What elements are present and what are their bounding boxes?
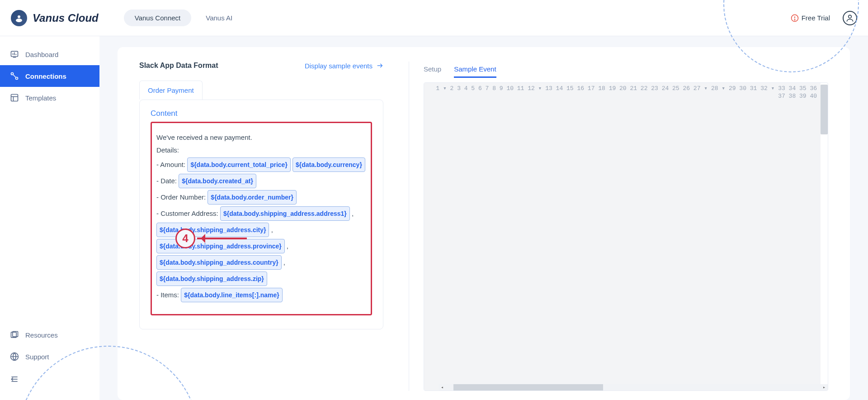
logo-icon <box>11 10 27 26</box>
vertical-scrollbar[interactable] <box>821 85 828 134</box>
display-sample-events-link[interactable]: Display sample events <box>305 62 383 70</box>
svg-point-11 <box>11 73 14 75</box>
support-icon <box>10 352 19 361</box>
svg-point-0 <box>18 15 20 18</box>
tab-vanus-connect[interactable]: Vanus Connect <box>124 10 191 26</box>
sidebar: Dashboard Connections Templates Resource… <box>0 36 99 400</box>
message-intro: We've received a new payment. <box>156 131 366 144</box>
tab-vanus-ai[interactable]: Vanus AI <box>195 10 243 26</box>
token-country[interactable]: ${data.body.shipping_address.country} <box>156 255 282 270</box>
svg-rect-13 <box>11 95 18 101</box>
left-column: Slack App Data Format Display sample eve… <box>139 62 383 391</box>
free-trial-button[interactable]: Free Trial <box>791 14 830 22</box>
svg-point-1 <box>16 19 22 22</box>
message-order-line: - Order Number: ${data.body.order_number… <box>156 189 366 205</box>
svg-point-5 <box>849 15 852 18</box>
token-address1[interactable]: ${data.body.shipping_address.address1} <box>220 206 350 221</box>
content-box: Content We've received a new payment. De… <box>139 100 383 329</box>
right-column: Setup Sample Event 1 ▾ 2 3 4 5 6 7 8 9 1… <box>409 62 828 391</box>
user-avatar-button[interactable] <box>843 11 857 25</box>
product-tabs: Vanus Connect Vanus AI <box>124 10 243 26</box>
tab-setup[interactable]: Setup <box>424 62 441 78</box>
scroll-left-arrow[interactable]: ◂ <box>439 384 446 390</box>
message-address-line: - Customer Address: ${data.body.shipping… <box>156 205 366 222</box>
sample-link-label: Display sample events <box>305 62 373 70</box>
app-header: Vanus Cloud Vanus Connect Vanus AI Free … <box>0 0 868 36</box>
sidebar-item-label: Dashboard <box>25 51 58 58</box>
arrow-right-icon <box>376 62 383 69</box>
sidebar-item-label: Connections <box>25 72 66 80</box>
sidebar-collapse-button[interactable] <box>0 367 99 393</box>
token-price[interactable]: ${data.body.current_total_price} <box>187 157 290 172</box>
sub-tab-order-payment[interactable]: Order Payment <box>139 81 203 100</box>
json-code-viewer[interactable]: 1 ▾ 2 3 4 5 6 7 8 9 10 11 12 ▾ 13 14 15 … <box>424 82 828 391</box>
sidebar-item-support[interactable]: Support <box>0 346 99 367</box>
token-created-at[interactable]: ${data.body.created_at} <box>179 174 256 188</box>
step-annotation: 4 <box>175 229 247 248</box>
panel-title: Slack App Data Format <box>139 62 218 70</box>
resources-icon <box>10 330 19 339</box>
token-currency[interactable]: ${data.body.currency} <box>292 157 365 172</box>
main-content: 4 Slack App Data Format Display sample e… <box>99 36 868 400</box>
right-tabs: Setup Sample Event <box>424 62 828 78</box>
step-number: 4 <box>175 229 195 248</box>
brand-logo[interactable]: Vanus Cloud <box>11 10 99 26</box>
horizontal-scrollbar[interactable] <box>446 384 821 390</box>
token-items[interactable]: ${data.body.line_items[:].name} <box>181 288 283 302</box>
message-template-editor[interactable]: We've received a new payment. Details: -… <box>151 122 372 315</box>
sidebar-item-templates[interactable]: Templates <box>0 87 99 109</box>
token-zip[interactable]: ${data.body.shipping_address.zip} <box>156 271 267 286</box>
message-details-label: Details: <box>156 144 366 157</box>
dashboard-icon <box>10 50 19 59</box>
sidebar-item-connections[interactable]: Connections <box>0 65 99 87</box>
alert-icon <box>791 14 799 22</box>
svg-point-12 <box>16 77 18 80</box>
scroll-right-arrow[interactable]: ▸ <box>821 384 828 390</box>
free-trial-label: Free Trial <box>802 14 830 22</box>
message-amount-line: - Amount: ${data.body.current_total_pric… <box>156 157 366 173</box>
sidebar-item-label: Resources <box>25 331 58 339</box>
sidebar-item-label: Support <box>25 353 49 361</box>
token-order-number[interactable]: ${data.body.order_number} <box>208 190 297 205</box>
svg-point-4 <box>794 19 795 20</box>
tab-sample-event[interactable]: Sample Event <box>454 62 496 78</box>
connections-icon <box>10 71 19 81</box>
sidebar-item-dashboard[interactable]: Dashboard <box>0 43 99 65</box>
brand-name: Vanus Cloud <box>33 12 99 24</box>
message-items-line: - Items: ${data.body.line_items[:].name} <box>156 287 366 303</box>
sidebar-item-resources[interactable]: Resources <box>0 324 99 346</box>
line-gutter: 1 ▾ 2 3 4 5 6 7 8 9 10 11 12 ▾ 13 14 15 … <box>424 83 821 390</box>
content-section-label: Content <box>151 109 372 118</box>
templates-icon <box>10 93 19 102</box>
arrow-icon <box>197 238 247 239</box>
user-icon <box>845 14 854 23</box>
sidebar-item-label: Templates <box>25 94 56 102</box>
message-date-line: - Date: ${data.body.created_at} <box>156 173 366 189</box>
collapse-icon <box>10 375 19 384</box>
